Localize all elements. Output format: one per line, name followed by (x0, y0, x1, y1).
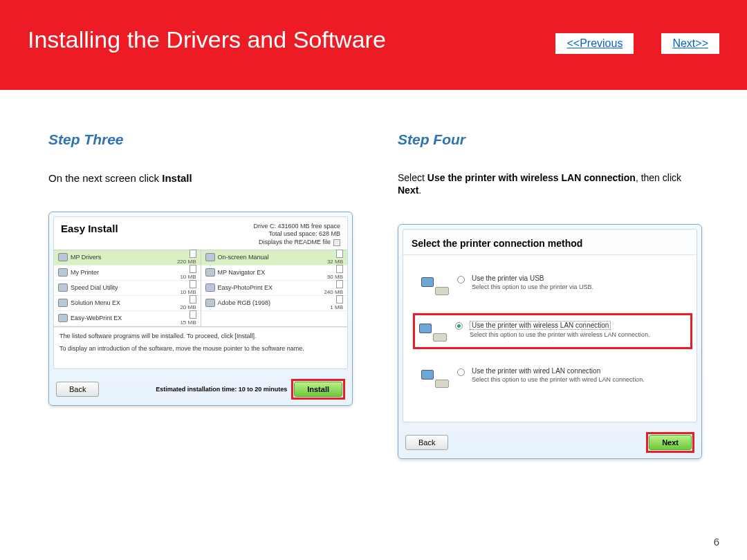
software-size: 10 MB (180, 274, 196, 280)
software-row[interactable]: Adobe RGB (1998)1 MB (201, 296, 348, 311)
next-button-dialog[interactable]: Next (649, 435, 692, 450)
easy-install-dialog: Easy Install Drive C: 431600 MB free spa… (48, 212, 353, 406)
software-size: 240 MB (324, 289, 343, 295)
readme-text: Displays the README file (259, 239, 331, 247)
software-name: On-screen Manual (218, 254, 269, 261)
next-highlight: Next (646, 432, 694, 453)
next-button[interactable]: Next>> (661, 33, 719, 54)
software-size: 220 MB (177, 259, 196, 265)
software-name: Adobe RGB (1998) (218, 299, 271, 306)
page-number: 6 (714, 536, 719, 548)
software-row[interactable]: MP Drivers220 MB (54, 250, 201, 265)
software-name: Solution Menu EX (71, 299, 120, 306)
software-name: MP Navigator EX (218, 269, 266, 276)
step-four-desc: Select Use the printer with wireless LAN… (398, 171, 706, 196)
software-icon (205, 283, 215, 292)
software-icon (58, 283, 68, 292)
radio-button[interactable] (457, 368, 465, 376)
connection-text: Use the printer with wireless LAN connec… (470, 321, 650, 338)
readme-icon (333, 239, 340, 246)
dialog-header: Easy Install Drive C: 431600 MB free spa… (54, 217, 347, 250)
step-three-title: Step Three (48, 131, 356, 148)
software-size: 1 MB (330, 304, 343, 310)
software-size: 32 MB (327, 259, 343, 265)
page-title: Installing the Drivers and Software (28, 26, 386, 53)
doc-icon (190, 265, 196, 273)
connection-sub: Select this option to use the printer wi… (470, 331, 650, 338)
r-desc-bold2: Next (398, 185, 418, 196)
software-size: 15 MB (180, 319, 196, 326)
doc-icon (336, 295, 343, 304)
connection-option[interactable]: Use the printer with wired LAN connectio… (417, 362, 690, 393)
software-col-2: On-screen Manual32 MBMP Navigator EX80 M… (201, 250, 348, 326)
connection-option[interactable]: Use the printer with wireless LAN connec… (413, 313, 692, 349)
software-col-1: MP Drivers220 MBMy Printer10 MBSpeed Dia… (54, 250, 201, 326)
install-button[interactable]: Install (294, 382, 342, 397)
software-name: My Printer (71, 269, 99, 276)
software-row[interactable]: Speed Dial Utility10 MB (54, 281, 201, 296)
software-icon (205, 253, 215, 261)
dialog-info: Drive C: 431600 MB free space Total used… (253, 223, 340, 247)
connection-main: Use the printer with wired LAN connectio… (472, 367, 645, 375)
radio-button[interactable] (455, 322, 463, 330)
connection-text: Use the printer with wired LAN connectio… (472, 367, 645, 383)
software-row[interactable]: Easy-WebPrint EX15 MB (54, 311, 201, 326)
connection-sub: Select this option to use the printer vi… (472, 283, 593, 290)
software-row[interactable]: MP Navigator EX80 MB (201, 265, 348, 281)
connection-icon (421, 367, 450, 388)
info-line-1: The listed software programs will be ins… (59, 332, 342, 341)
doc-icon (336, 280, 343, 288)
software-icon (58, 314, 68, 322)
software-icon (58, 299, 68, 307)
doc-icon (190, 295, 196, 304)
connection-dialog-footer: Back Next (398, 427, 701, 458)
est-time: Estimated installation time: 10 to 20 mi… (156, 386, 287, 393)
drive-space: Drive C: 431600 MB free space (253, 223, 340, 231)
doc-icon (190, 280, 196, 288)
software-name: Speed Dial Utility (71, 284, 118, 291)
step-four-column: Step Four Select Use the printer with wi… (398, 131, 706, 459)
doc-icon (336, 265, 343, 273)
connection-dialog: Select the printer connection method Use… (398, 224, 702, 459)
r-desc-mid: , then click (636, 172, 681, 183)
connection-main: Use the printer via USB (472, 274, 593, 282)
desc-text: On the next screen click (48, 172, 162, 184)
previous-button[interactable]: <<Previous (555, 33, 634, 54)
doc-icon (190, 250, 196, 258)
software-icon (205, 299, 215, 307)
step-three-column: Step Three On the next screen click Inst… (48, 131, 356, 459)
connection-main: Use the printer with wireless LAN connec… (470, 321, 611, 330)
software-row[interactable]: My Printer10 MB (54, 265, 201, 281)
connection-sub: Select this option to use the printer wi… (472, 376, 645, 383)
doc-icon (336, 250, 343, 258)
software-name: Easy-WebPrint EX (71, 315, 122, 321)
software-icon (205, 268, 215, 277)
install-highlight: Install (291, 379, 345, 400)
used-space: Total used space: 628 MB (253, 230, 340, 239)
software-row[interactable]: Easy-PhotoPrint EX240 MB (201, 281, 348, 296)
software-icon (58, 253, 68, 261)
content: Step Three On the next screen click Inst… (0, 90, 747, 459)
nav-buttons: <<Previous Next>> (555, 33, 719, 54)
software-grid: MP Drivers220 MBMy Printer10 MBSpeed Dia… (54, 250, 347, 327)
desc-bold: Install (162, 172, 192, 184)
connection-option[interactable]: Use the printer via USBSelect this optio… (417, 269, 690, 301)
doc-icon (190, 310, 196, 319)
header: Installing the Drivers and Software <<Pr… (0, 0, 747, 90)
dialog-title: Easy Install (61, 223, 118, 247)
software-size: 20 MB (180, 304, 196, 310)
software-row[interactable]: Solution Menu EX20 MB (54, 296, 201, 311)
software-size: 80 MB (327, 274, 343, 280)
software-size: 10 MB (180, 289, 196, 295)
radio-button[interactable] (457, 276, 465, 283)
software-name: MP Drivers (71, 254, 101, 261)
software-name: Easy-PhotoPrint EX (218, 284, 273, 291)
back-button-2[interactable]: Back (405, 435, 448, 450)
software-icon (58, 268, 68, 277)
info-area: The listed software programs will be ins… (54, 327, 347, 368)
dialog-footer: Back Estimated installation time: 10 to … (49, 373, 352, 405)
back-button[interactable]: Back (56, 382, 99, 397)
software-row[interactable]: On-screen Manual32 MB (201, 250, 348, 265)
r-desc-end: . (418, 185, 421, 196)
step-three-desc: On the next screen click Install (48, 171, 356, 185)
